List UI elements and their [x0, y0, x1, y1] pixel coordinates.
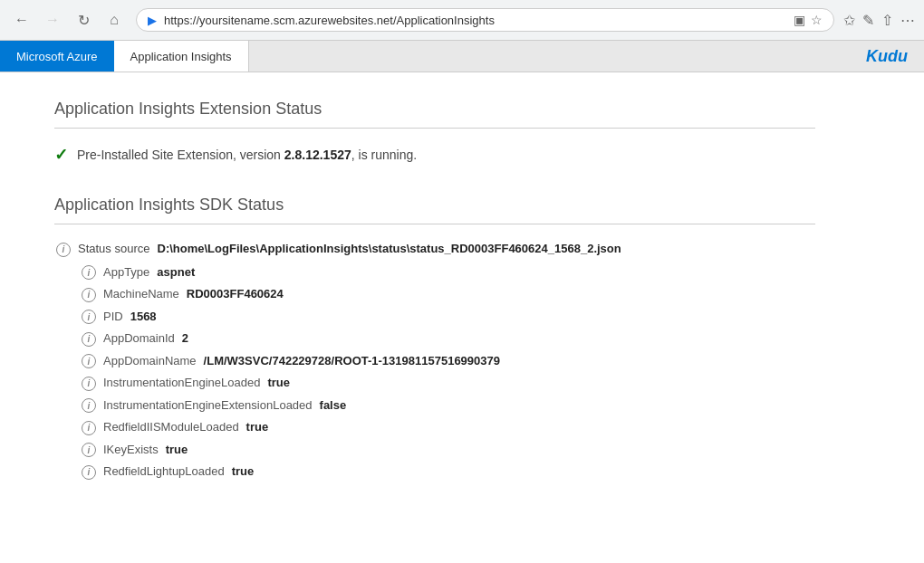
url-input[interactable] [164, 14, 786, 27]
sdk-status-title: Application Insights SDK Status [54, 196, 815, 215]
info-icon-redfieldlightuploaded[interactable]: i [82, 465, 96, 480]
sdk-field-value: RD0003FF460624 [187, 287, 284, 301]
info-icon-ikeyexists[interactable]: i [82, 443, 96, 457]
nav-buttons: ← → ↻ ⌂ [9, 7, 127, 33]
sdk-field-row: iRedfieldLightupLoadedtrue [54, 461, 815, 483]
favorites-icon[interactable]: ✩ [843, 12, 855, 29]
sdk-field-label: RedfieldIISModuleLoaded [103, 420, 239, 434]
home-button[interactable]: ⌂ [101, 7, 127, 33]
sdk-field-value: true [246, 420, 269, 434]
tab-icon[interactable]: ▣ [794, 13, 805, 27]
extension-status-text: Pre-Installed Site Extension, version 2.… [77, 148, 417, 162]
extension-status-section: Application Insights Extension Status ✓ … [54, 100, 815, 168]
sdk-field-label: AppDomainName [103, 354, 197, 367]
sdk-status-section: Application Insights SDK Status i Status… [54, 196, 815, 483]
info-icon-appdomainid[interactable]: i [82, 332, 96, 347]
sdk-fields-container: iAppTypeaspnetiMachineNameRD0003FF460624… [54, 262, 815, 483]
tab-azure[interactable]: Microsoft Azure [0, 41, 114, 72]
back-button[interactable]: ← [9, 7, 34, 33]
check-icon: ✓ [54, 145, 68, 165]
secure-icon: ▶ [148, 14, 157, 27]
address-bar[interactable]: ▶ ▣ ☆ [136, 8, 834, 32]
refresh-button[interactable]: ↻ [71, 7, 96, 33]
sdk-source-row: i Status source D:\home\LogFiles\Applica… [54, 237, 815, 262]
content: Application Insights Extension Status ✓ … [0, 72, 870, 538]
sdk-field-label: InstrumentationEngineLoaded [103, 376, 260, 389]
info-icon-appdomainname[interactable]: i [82, 354, 96, 368]
status-prefix: Pre-Installed Site Extension, version [77, 148, 284, 162]
sdk-field-label: IKeyExists [103, 443, 159, 456]
address-bar-actions: ▣ ☆ [794, 13, 823, 27]
info-icon-apptype[interactable]: i [82, 265, 96, 280]
status-version: 2.8.12.1527 [284, 148, 351, 162]
sdk-field-label: MachineName [103, 287, 179, 301]
tab-bar: Microsoft Azure Application Insights Kud… [0, 41, 924, 72]
info-icon-source[interactable]: i [56, 243, 71, 257]
sdk-source-path: D:\home\LogFiles\ApplicationInsights\sta… [158, 242, 621, 255]
sdk-field-value: true [267, 376, 290, 389]
sdk-source-label: Status source [78, 242, 150, 255]
sdk-field-row: iIKeyExiststrue [54, 439, 815, 462]
sdk-field-row: iAppDomainId2 [54, 328, 815, 350]
bookmark-icon[interactable]: ☆ [811, 13, 823, 27]
more-icon[interactable]: ⋯ [900, 12, 915, 29]
sdk-field-label: RedfieldLightupLoaded [103, 464, 225, 478]
sdk-field-label: AppType [103, 265, 149, 279]
sdk-field-label: InstrumentationEngineExtensionLoaded [103, 398, 313, 412]
forward-button[interactable]: → [40, 7, 65, 33]
info-icon-instrumentationengineextensionloaded[interactable]: i [82, 398, 96, 413]
sdk-field-row: iMachineNameRD0003FF460624 [54, 283, 815, 306]
notes-icon[interactable]: ✎ [862, 12, 874, 29]
sdk-field-value: 1568 [130, 310, 157, 323]
sdk-field-row: iRedfieldIISModuleLoadedtrue [54, 416, 815, 439]
sdk-field-value: true [166, 443, 188, 456]
info-icon-pid[interactable]: i [82, 310, 96, 324]
status-suffix: , is running. [351, 148, 417, 162]
section-divider [54, 128, 815, 129]
browser-actions: ✩ ✎ ⇧ ⋯ [843, 12, 915, 29]
info-icon-redfieldiismoduleloaded[interactable]: i [82, 421, 96, 435]
extension-status-title: Application Insights Extension Status [54, 100, 815, 119]
tab-page[interactable]: Application Insights [114, 41, 249, 72]
sdk-field-value: 2 [182, 331, 188, 345]
extension-status-row: ✓ Pre-Installed Site Extension, version … [54, 141, 815, 168]
sdk-section-divider [54, 224, 815, 224]
sdk-field-row: iPID1568 [54, 306, 815, 329]
share-icon[interactable]: ⇧ [881, 12, 893, 29]
tab-kudu: Kudu [850, 41, 924, 72]
info-icon-instrumentationengineloaded[interactable]: i [82, 377, 96, 391]
info-icon-machinename[interactable]: i [82, 288, 96, 302]
sdk-field-row: iAppTypeaspnet [54, 262, 815, 284]
sdk-field-label: AppDomainId [103, 331, 175, 345]
sdk-field-value: false [320, 398, 347, 412]
sdk-field-value: /LM/W3SVC/742229728/ROOT-1-1319811575169… [204, 354, 500, 367]
sdk-field-value: true [232, 464, 255, 478]
sdk-field-label: PID [103, 310, 123, 323]
sdk-field-row: iInstrumentationEngineLoadedtrue [54, 372, 815, 395]
sdk-field-value: aspnet [157, 265, 195, 279]
sdk-field-row: iInstrumentationEngineExtensionLoadedfal… [54, 395, 815, 417]
browser-chrome: ← → ↻ ⌂ ▶ ▣ ☆ ✩ ✎ ⇧ ⋯ [0, 0, 924, 41]
sdk-field-row: iAppDomainName/LM/W3SVC/742229728/ROOT-1… [54, 350, 815, 373]
